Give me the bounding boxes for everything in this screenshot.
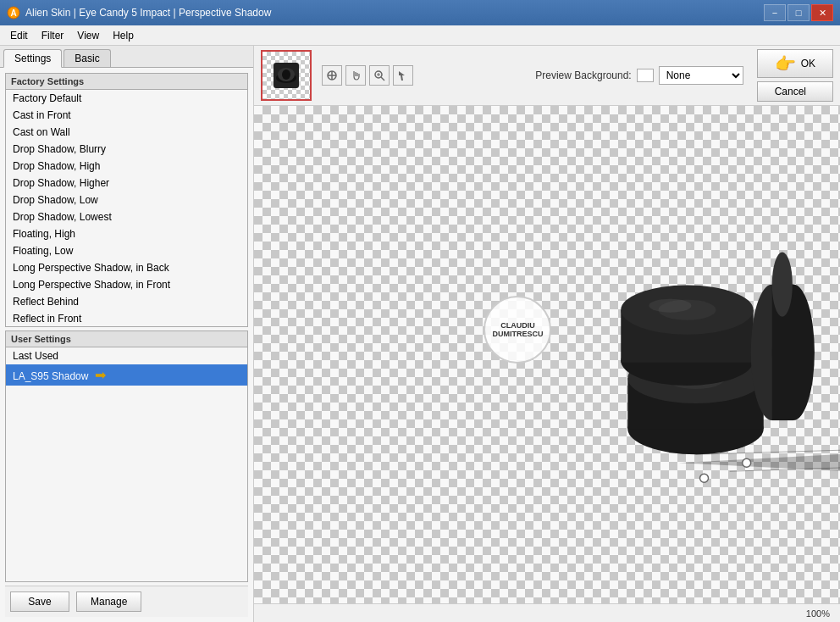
factory-list-item[interactable]: Long Perspective Shadow, in Front (6, 276, 247, 293)
tab-settings[interactable]: Settings (3, 49, 62, 68)
right-panel: Preview Background: NoneWhiteBlackCustom… (254, 46, 840, 622)
tire-shine (649, 299, 691, 313)
tool-zoom[interactable] (369, 65, 390, 86)
menu-filter[interactable]: Filter (35, 28, 71, 43)
factory-list-item[interactable]: Floating, High (6, 225, 247, 242)
user-list-item[interactable]: Last Used (6, 347, 247, 364)
factory-list-item[interactable]: Long Perspective Shadow, in Back (6, 259, 247, 276)
menu-view[interactable]: View (70, 28, 106, 43)
factory-list-item[interactable]: Drop Shadow, High (6, 158, 247, 175)
preview-bg-area: Preview Background: NoneWhiteBlackCustom (535, 66, 743, 85)
window-controls: − □ ✕ (764, 4, 833, 21)
factory-list-item[interactable]: Floating, Low (6, 242, 247, 259)
factory-list-item[interactable]: Factory Default (6, 90, 247, 107)
factory-list-item[interactable]: Drop Shadow, Low (6, 192, 247, 208)
control-point-1 (743, 458, 751, 467)
preview-top: Preview Background: NoneWhiteBlackCustom… (254, 46, 840, 106)
factory-list-item[interactable]: Drop Shadow, Higher (6, 175, 247, 192)
svg-point-5 (282, 69, 290, 80)
preview-canvas: CLAUDIU DUMITRESCU (254, 106, 840, 603)
svg-text:A: A (10, 8, 16, 18)
cancel-button[interactable]: Cancel (757, 81, 833, 102)
tire-top-inner-hole (772, 252, 793, 316)
left-panel: Settings Basic Factory Settings Factory … (0, 46, 254, 622)
menu-help[interactable]: Help (106, 28, 141, 43)
factory-list-item[interactable]: Cast in Front (6, 107, 247, 124)
control-point-4 (700, 474, 709, 482)
tool-move[interactable] (322, 65, 342, 86)
preview-thumbnail (261, 50, 312, 101)
close-button[interactable]: ✕ (811, 4, 833, 21)
save-button[interactable]: Save (10, 591, 69, 612)
factory-list-item[interactable]: Reflect Behind (6, 293, 247, 310)
bg-color-swatch[interactable] (637, 69, 654, 82)
user-settings-section: User Settings Last UsedLA_S95 Shadow➡ (5, 330, 248, 582)
zoom-level: 100% (806, 608, 830, 619)
menu-bar: Edit Filter View Help (0, 25, 840, 46)
tool-arrow[interactable] (393, 65, 413, 86)
svg-line-10 (381, 77, 384, 81)
factory-settings-list[interactable]: Factory DefaultCast in FrontCast on Wall… (6, 90, 247, 326)
cursor-icon: 👉 (775, 53, 796, 74)
minimize-button[interactable]: − (764, 4, 786, 21)
user-settings-header: User Settings (6, 331, 247, 347)
factory-list-item[interactable]: Drop Shadow, Blurry (6, 141, 247, 158)
ok-label: OK (801, 58, 815, 69)
title-bar-left: A Alien Skin | Eye Candy 5 Impact | Pers… (7, 6, 271, 19)
factory-list-item[interactable]: Drop Shadow, Lowest (6, 208, 247, 225)
user-settings-list[interactable]: Last UsedLA_S95 Shadow➡ (6, 347, 247, 581)
factory-list-item[interactable]: Cast on Wall (6, 124, 247, 141)
maximize-button[interactable]: □ (788, 4, 810, 21)
preview-bg-select[interactable]: NoneWhiteBlackCustom (659, 66, 743, 85)
factory-settings-header: Factory Settings (6, 74, 247, 90)
thumbnail-image (274, 63, 299, 88)
settings-panel: Factory Settings Factory DefaultCast in … (0, 68, 253, 622)
status-bar: 100% (254, 603, 840, 622)
app-icon: A (7, 6, 20, 19)
main-content: Settings Basic Factory Settings Factory … (0, 46, 840, 622)
tab-basic[interactable]: Basic (64, 49, 110, 67)
factory-list-item[interactable]: Reflect in Front (6, 310, 247, 326)
action-buttons: 👉 OK Cancel (757, 49, 833, 102)
menu-edit[interactable]: Edit (3, 28, 35, 43)
title-bar: A Alien Skin | Eye Candy 5 Impact | Pers… (0, 0, 840, 25)
preview-bg-label: Preview Background: (535, 69, 631, 81)
user-list-item[interactable]: LA_S95 Shadow➡ (6, 364, 247, 386)
manage-button[interactable]: Manage (76, 591, 141, 612)
factory-settings-section: Factory Settings Factory DefaultCast in … (5, 73, 248, 327)
ok-button[interactable]: 👉 OK (757, 49, 833, 78)
window-title: Alien Skin | Eye Candy 5 Impact | Perspe… (25, 7, 271, 19)
bottom-buttons: Save Manage (5, 586, 248, 617)
tire-scene-svg (254, 106, 840, 603)
toolbar-icons (322, 65, 413, 86)
tabs-row: Settings Basic (0, 46, 253, 68)
tool-hand[interactable] (345, 65, 366, 86)
